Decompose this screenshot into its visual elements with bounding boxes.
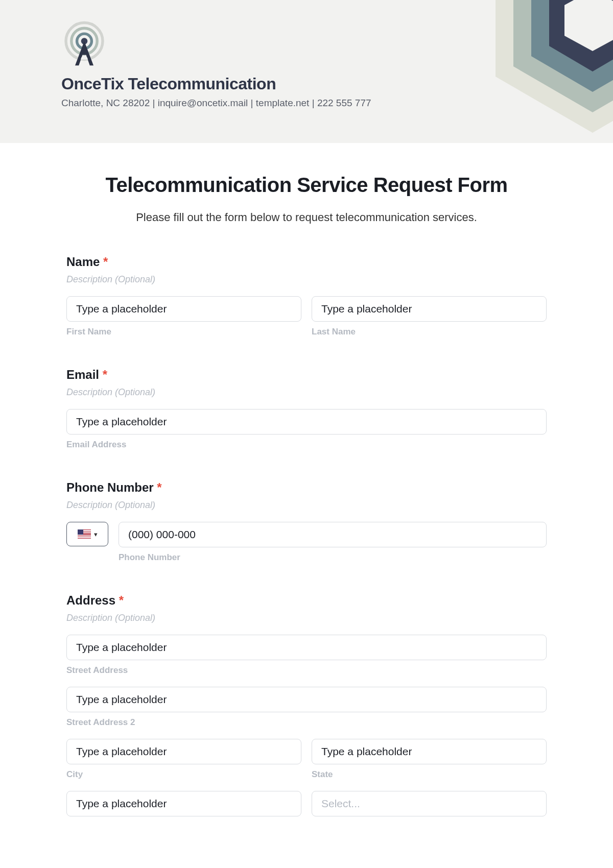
name-label-text: Name bbox=[66, 255, 100, 269]
required-mark: * bbox=[103, 368, 107, 381]
field-group-name: Name * Description (Optional) First Name… bbox=[66, 255, 547, 337]
antenna-tower-icon bbox=[61, 20, 107, 66]
street-address2-input[interactable] bbox=[66, 687, 547, 712]
email-label-text: Email bbox=[66, 368, 99, 381]
street-sublabel: Street Address bbox=[66, 665, 547, 676]
form-content: Telecommunication Service Request Form P… bbox=[0, 143, 613, 816]
city-sublabel: City bbox=[66, 769, 301, 780]
company-name: OnceTix Telecommunication bbox=[61, 75, 371, 93]
state-sublabel: State bbox=[312, 769, 547, 780]
city-input[interactable] bbox=[66, 739, 301, 764]
logo-block: OnceTix Telecommunication Charlotte, NC … bbox=[61, 20, 371, 109]
phone-input[interactable] bbox=[119, 522, 547, 547]
zip-input[interactable] bbox=[66, 791, 301, 816]
name-desc: Description (Optional) bbox=[66, 274, 547, 285]
email-desc: Description (Optional) bbox=[66, 387, 547, 398]
country-code-select[interactable]: ▾ bbox=[66, 522, 108, 546]
decor-hex-group bbox=[460, 0, 613, 143]
form-subtitle: Please fill out the form below to reques… bbox=[66, 211, 547, 224]
field-group-address: Address * Description (Optional) Street … bbox=[66, 593, 547, 816]
name-label: Name * bbox=[66, 255, 547, 269]
required-mark: * bbox=[157, 480, 161, 494]
street-address-input[interactable] bbox=[66, 635, 547, 660]
address-label-text: Address bbox=[66, 593, 115, 607]
header-area: OnceTix Telecommunication Charlotte, NC … bbox=[0, 0, 613, 143]
phone-desc: Description (Optional) bbox=[66, 500, 547, 511]
street2-sublabel: Street Address 2 bbox=[66, 717, 547, 728]
company-contact-line: Charlotte, NC 28202 | inquire@oncetix.ma… bbox=[61, 98, 371, 109]
address-desc: Description (Optional) bbox=[66, 613, 547, 623]
email-input[interactable] bbox=[66, 409, 547, 435]
first-name-input[interactable] bbox=[66, 296, 301, 322]
chevron-down-icon: ▾ bbox=[94, 531, 98, 538]
phone-label-text: Phone Number bbox=[66, 480, 154, 494]
country-select-placeholder: Select... bbox=[321, 798, 360, 810]
last-name-input[interactable] bbox=[312, 296, 547, 322]
us-flag-icon bbox=[78, 529, 91, 539]
phone-sublabel: Phone Number bbox=[119, 552, 547, 563]
form-title: Telecommunication Service Request Form bbox=[66, 174, 547, 197]
field-group-email: Email * Description (Optional) Email Add… bbox=[66, 368, 547, 450]
required-mark: * bbox=[103, 255, 108, 269]
last-name-sublabel: Last Name bbox=[312, 327, 547, 337]
required-mark: * bbox=[119, 593, 124, 607]
email-label: Email * bbox=[66, 368, 547, 382]
field-group-phone: Phone Number * Description (Optional) ▾ … bbox=[66, 480, 547, 563]
country-select[interactable]: Select... bbox=[312, 791, 547, 816]
email-sublabel: Email Address bbox=[66, 440, 547, 450]
state-input[interactable] bbox=[312, 739, 547, 764]
address-label: Address * bbox=[66, 593, 547, 608]
phone-label: Phone Number * bbox=[66, 480, 547, 495]
first-name-sublabel: First Name bbox=[66, 327, 301, 337]
